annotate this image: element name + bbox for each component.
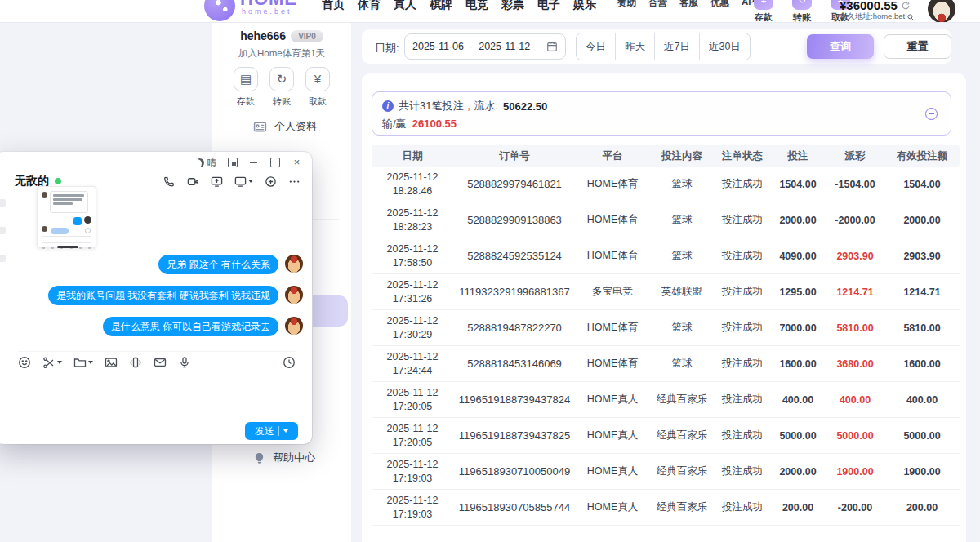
divider xyxy=(227,113,340,113)
more-icon[interactable] xyxy=(288,175,301,188)
main-menu-item[interactable]: 电竞 xyxy=(466,0,488,12)
minimize-icon[interactable] xyxy=(249,158,259,167)
send-divider xyxy=(278,426,279,436)
quick-range-button[interactable]: 今日 xyxy=(577,33,615,60)
filter-bar: 日期: 2025-11-06 - 2025-11-12 今日 昨天 近7日 近3… xyxy=(362,29,951,64)
quick-range-button[interactable]: 近30日 xyxy=(699,33,750,60)
quick-range-button[interactable]: 昨天 xyxy=(615,33,654,60)
main-menu-item[interactable]: 棋牌 xyxy=(430,0,452,12)
reset-button[interactable]: 重置 xyxy=(884,34,951,59)
sidebar-quick-action-button[interactable]: ↻ 转账 xyxy=(270,67,294,108)
id-card-icon xyxy=(253,120,267,134)
cell-payout: 3680.00 xyxy=(826,358,884,370)
cell-platform: HOME真人 xyxy=(576,429,649,442)
secondary-menu: 赞助 合营 客服 优惠 APP xyxy=(617,0,761,9)
cell-status: 投注成功 xyxy=(715,429,770,442)
query-button[interactable]: 查询 xyxy=(807,34,874,59)
screenshot-scissors-icon[interactable] xyxy=(42,356,62,369)
file-folder-icon[interactable] xyxy=(74,356,93,369)
voice-call-icon[interactable] xyxy=(163,175,176,188)
picture-in-picture-icon[interactable] xyxy=(228,158,238,167)
user-avatar[interactable] xyxy=(928,0,956,23)
sidebar-quick-action-button[interactable]: ¥ 取款 xyxy=(305,67,330,108)
chat-toolbar xyxy=(18,351,296,369)
cell-order-number: 5288829979461821 xyxy=(453,178,576,190)
cell-valid-amount: 400.00 xyxy=(884,394,960,406)
close-icon[interactable]: × xyxy=(292,158,302,167)
permanent-address: 永久地址:home.bet xyxy=(840,11,915,22)
cell-platform: HOME真人 xyxy=(576,500,649,514)
video-call-icon[interactable] xyxy=(187,175,199,188)
online-status-dot xyxy=(55,178,61,184)
secondary-menu-item[interactable]: 合营 xyxy=(648,0,667,9)
secondary-menu-item[interactable]: 赞助 xyxy=(617,0,636,9)
main-menu-item[interactable]: 真人 xyxy=(394,0,416,12)
chevron-down-icon xyxy=(283,429,288,433)
message-bubble[interactable]: 兄弟 跟这个 有什么关系 xyxy=(158,255,278,274)
cell-bet-amount: 400.00 xyxy=(770,394,826,406)
remote-control-icon[interactable] xyxy=(234,175,253,188)
refresh-balance-icon[interactable] xyxy=(901,1,911,11)
cell-status: 投注成功 xyxy=(715,177,770,191)
add-app-icon[interactable] xyxy=(265,175,277,188)
cell-bet-amount: 1600.00 xyxy=(770,358,826,370)
main-menu-item[interactable]: 娱乐 xyxy=(573,0,596,12)
cell-status: 投注成功 xyxy=(715,464,770,478)
send-label: 发送 xyxy=(255,424,274,438)
date-range-input[interactable]: 2025-11-06 - 2025-11-12 xyxy=(404,33,566,60)
main-menu-item[interactable]: 彩票 xyxy=(501,0,524,12)
weather-widget[interactable]: 晴 xyxy=(195,157,216,169)
table-header-cell: 派彩 xyxy=(826,149,884,163)
table-row: 2025-11-12 17:20:05 1196519188739437825 … xyxy=(372,418,960,454)
main-menu-item[interactable]: 体育 xyxy=(358,0,381,12)
table-header-cell: 注单状态 xyxy=(715,149,770,163)
cell-bet-amount: 5000.00 xyxy=(770,430,826,442)
main-menu-item[interactable]: 首页 xyxy=(322,0,345,12)
cell-order-number: 1196519188739437825 xyxy=(453,429,576,442)
cell-valid-amount: 5810.00 xyxy=(884,322,960,334)
wallet-action-button[interactable]: ¥ 存款 xyxy=(750,0,777,23)
table-row: 2025-11-12 18:28:23 5288829909138863 HOM… xyxy=(372,202,960,238)
main-menu-item[interactable]: 电子 xyxy=(537,0,560,12)
secondary-menu-item[interactable]: 优惠 xyxy=(710,0,729,9)
sidebar-quick-action-button[interactable]: ▤ 存款 xyxy=(234,67,258,108)
message-bubble[interactable]: 是什么意思 你可以自己看游戏记录去 xyxy=(103,317,278,336)
shared-screenshot-image[interactable] xyxy=(37,186,96,248)
cell-date: 2025-11-12 17:19:03 xyxy=(372,494,453,522)
summary-box: 共计31笔投注，流水: 50622.50 输/赢: 26100.55 xyxy=(372,91,951,136)
table-header-cell: 订单号 xyxy=(453,149,576,163)
collapse-icon[interactable] xyxy=(925,108,938,120)
cell-payout: -200.00 xyxy=(826,502,884,513)
send-button[interactable]: 发送 xyxy=(245,422,298,440)
message-input-area[interactable] xyxy=(8,372,299,418)
site-logo-icon[interactable] xyxy=(204,0,235,21)
sidebar-quick-action-icon: ▤ xyxy=(234,67,258,91)
cell-date: 2025-11-12 17:30:29 xyxy=(372,314,453,342)
microphone-icon[interactable] xyxy=(178,356,191,369)
maximize-icon[interactable] xyxy=(270,158,280,167)
message-bubble[interactable]: 是我的账号问题 我没有套利 硬说我套利 说我违规 xyxy=(48,286,278,305)
screen-share-icon[interactable] xyxy=(211,175,223,188)
cell-date: 2025-11-12 17:24:44 xyxy=(372,350,453,378)
cell-valid-amount: 200.00 xyxy=(884,502,960,513)
mail-icon[interactable] xyxy=(154,356,167,369)
secondary-menu-item[interactable]: 客服 xyxy=(679,0,698,9)
sidebar-item-help-center[interactable]: 帮助中心 xyxy=(253,451,315,465)
chat-history-icon[interactable] xyxy=(283,356,296,369)
chat-titlebar: 晴 × xyxy=(0,156,302,169)
table-row: 2025-11-12 17:31:26 1119323291996881367 … xyxy=(372,274,960,310)
cell-payout: -2000.00 xyxy=(826,215,884,226)
cell-bet-content: 经典百家乐 xyxy=(649,393,715,406)
quick-range-button[interactable]: 近7日 xyxy=(654,33,699,60)
emoji-icon[interactable] xyxy=(18,356,31,369)
chat-message: 兄弟 跟这个 有什么关系 xyxy=(11,255,303,274)
wallet-actions: ¥ 存款 ↻ 转账 ¥ 取款 xyxy=(750,0,854,23)
image-icon[interactable] xyxy=(105,356,118,369)
search-icon[interactable] xyxy=(906,13,915,21)
balance-amount: ¥36000.55 xyxy=(840,0,898,12)
sidebar-item-profile[interactable]: 个人资料 xyxy=(253,119,317,134)
cell-date: 2025-11-12 17:20:05 xyxy=(372,422,453,450)
sidebar-quick-action-icon: ¥ xyxy=(305,67,330,91)
nudge-icon[interactable] xyxy=(129,356,142,369)
wallet-action-button[interactable]: ↻ 转账 xyxy=(788,0,816,23)
